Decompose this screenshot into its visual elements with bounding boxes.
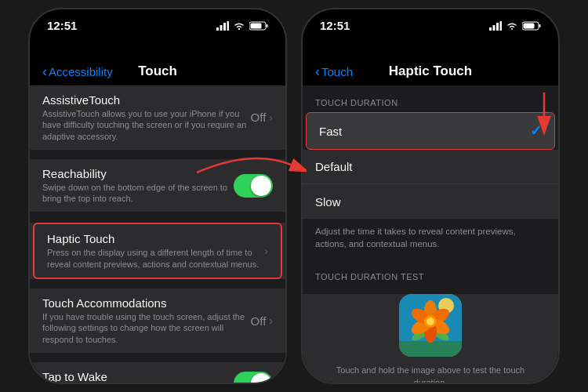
nav-back-label-left: Accessibility — [49, 65, 113, 78]
svg-rect-15 — [539, 24, 541, 27]
svg-rect-3 — [227, 21, 230, 31]
dynamic-island-left — [114, 32, 201, 57]
left-phone: 12:51 — [28, 8, 287, 384]
tap-to-wake-knob — [251, 373, 271, 383]
touch-duration-header: TOUCH DURATION — [303, 85, 558, 112]
svg-rect-7 — [251, 23, 262, 28]
tap-to-wake-item[interactable]: Tap to Wake Wake the screen when you tap… — [30, 362, 285, 383]
fast-checkmark: ✓ — [530, 122, 542, 140]
svg-rect-9 — [489, 27, 492, 31]
assistive-touch-content: AssistiveTouch AssistiveTouch allows you… — [42, 93, 251, 142]
fast-option[interactable]: Fast ✓ — [306, 112, 555, 150]
gap-2 — [30, 213, 285, 221]
assistive-touch-right: Off › — [251, 111, 273, 124]
touch-accommodations-content: Touch Accommodations If you have trouble… — [42, 296, 251, 345]
touch-test-caption: Touch and hold the image above to test t… — [303, 365, 558, 383]
screen-content-left: AssistiveTouch AssistiveTouch allows you… — [30, 85, 285, 383]
svg-rect-6 — [267, 24, 268, 27]
nav-bar-right: ‹ Touch Haptic Touch — [303, 60, 558, 85]
tap-to-wake-toggle[interactable] — [234, 372, 273, 383]
gap-3 — [30, 281, 285, 289]
assistive-touch-subtitle: AssistiveTouch allows you to use your iP… — [42, 108, 251, 142]
battery-icon-right — [522, 21, 541, 31]
flower-svg — [399, 294, 462, 357]
svg-rect-10 — [493, 25, 495, 31]
nav-back-label-right: Touch — [321, 65, 353, 78]
reachability-item[interactable]: Reachability Swipe down on the bottom ed… — [30, 159, 285, 212]
reachability-toggle[interactable] — [234, 174, 273, 198]
svg-rect-12 — [500, 21, 503, 31]
haptic-touch-right: › — [264, 245, 268, 257]
signal-icon — [216, 21, 229, 31]
svg-rect-16 — [524, 23, 535, 28]
nav-back-left[interactable]: ‹ Accessibility — [42, 64, 113, 78]
wifi-icon-right — [506, 21, 518, 31]
duration-description: Adjust the time it takes to reveal conte… — [303, 219, 558, 260]
default-label: Default — [315, 160, 546, 173]
tap-to-wake-title: Tap to Wake — [42, 370, 234, 383]
haptic-touch-chevron: › — [264, 245, 268, 257]
assistive-touch-item[interactable]: AssistiveTouch AssistiveTouch allows you… — [30, 85, 285, 150]
nav-bar-left: ‹ Accessibility Touch — [30, 60, 285, 85]
reachability-toggle-knob — [251, 176, 271, 196]
nav-back-right[interactable]: ‹ Touch — [315, 64, 353, 78]
gap-1 — [30, 151, 285, 159]
reachability-title: Reachability — [42, 167, 234, 180]
default-option[interactable]: Default — [303, 150, 558, 184]
svg-point-13 — [511, 28, 513, 30]
haptic-touch-group: Haptic Touch Press on the display using … — [30, 223, 285, 279]
slow-label: Slow — [315, 195, 546, 209]
reachability-subtitle: Swipe down on the bottom edge of the scr… — [42, 182, 234, 205]
battery-icon — [249, 21, 268, 31]
assistive-touch-title: AssistiveTouch — [42, 93, 251, 107]
dynamic-island-right — [387, 32, 474, 57]
touch-accommodations-right: Off › — [251, 314, 273, 328]
back-chevron-right: ‹ — [315, 64, 320, 78]
nav-title-left: Touch — [138, 64, 177, 79]
touch-test-container: Touch and hold the image above to test t… — [303, 294, 558, 383]
tap-to-wake-content: Tap to Wake Wake the screen when you tap… — [42, 370, 234, 383]
haptic-touch-item[interactable]: Haptic Touch Press on the display using … — [33, 223, 282, 279]
svg-rect-11 — [496, 23, 499, 31]
back-chevron-left: ‹ — [42, 64, 47, 78]
haptic-touch-title: Haptic Touch — [47, 232, 264, 245]
svg-rect-1 — [220, 25, 223, 31]
tap-to-wake-group: Tap to Wake Wake the screen when you tap… — [30, 362, 285, 383]
svg-point-31 — [426, 318, 434, 325]
assistive-touch-group: AssistiveTouch AssistiveTouch allows you… — [30, 85, 285, 150]
duration-options-group: Fast ✓ Default — [303, 112, 558, 219]
right-phone: 12:51 — [301, 8, 560, 384]
slow-option[interactable]: Slow — [303, 184, 558, 219]
reachability-content: Reachability Swipe down on the bottom ed… — [42, 167, 234, 205]
time-left: 12:51 — [47, 19, 77, 32]
wifi-icon — [233, 21, 245, 31]
haptic-touch-subtitle: Press on the display using a different l… — [47, 247, 264, 270]
touch-accommodations-value: Off — [251, 314, 267, 328]
status-icons-right — [489, 21, 541, 31]
haptic-touch-content: Haptic Touch Press on the display using … — [47, 232, 264, 270]
reachability-group: Reachability Swipe down on the bottom ed… — [30, 159, 285, 212]
screen-content-right: TOUCH DURATION Fast ✓ — [303, 85, 558, 383]
svg-rect-0 — [216, 27, 219, 31]
touch-accommodations-chevron: › — [269, 314, 273, 327]
flower-image[interactable] — [399, 294, 462, 357]
nav-title-right: Haptic Touch — [389, 64, 472, 79]
assistive-touch-chevron: › — [269, 111, 273, 124]
fast-label: Fast — [319, 125, 530, 138]
svg-point-4 — [238, 28, 240, 30]
status-icons-left — [216, 21, 268, 31]
svg-rect-20 — [399, 341, 462, 357]
touch-accommodations-group: Touch Accommodations If you have trouble… — [30, 289, 285, 353]
touch-accommodations-item[interactable]: Touch Accommodations If you have trouble… — [30, 289, 285, 353]
signal-icon-right — [489, 21, 502, 31]
touch-test-header: TOUCH DURATION TEST — [303, 260, 558, 286]
touch-accommodations-title: Touch Accommodations — [42, 296, 251, 310]
svg-rect-2 — [223, 23, 226, 31]
time-right: 12:51 — [320, 19, 350, 32]
gap-4 — [30, 354, 285, 362]
assistive-touch-value: Off — [251, 111, 267, 124]
touch-accommodations-subtitle: If you have trouble using the touch scre… — [42, 311, 251, 345]
